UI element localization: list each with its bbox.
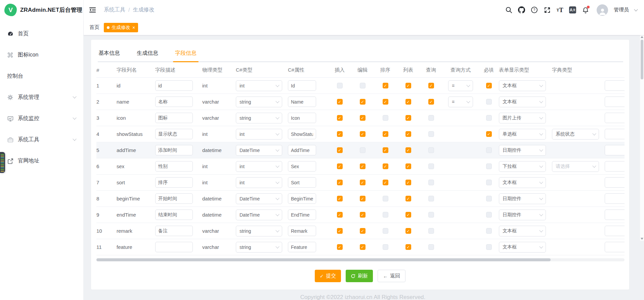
sidebar-item-system-monitor[interactable]: 系统监控 [0, 108, 83, 129]
cs-type-select[interactable]: string [236, 97, 282, 107]
display-type-select[interactable]: 图片上传 [499, 113, 546, 123]
query-checkbox[interactable] [428, 147, 434, 153]
tag-active[interactable]: 生成修改 × [104, 23, 138, 32]
insert-checkbox[interactable]: ✓ [337, 180, 343, 185]
description-input[interactable] [155, 129, 193, 139]
vertical-scrollbar-thumb[interactable] [641, 40, 643, 79]
insert-checkbox[interactable] [337, 83, 343, 88]
insert-checkbox[interactable]: ✓ [337, 244, 343, 250]
cs-type-select[interactable]: string [236, 226, 282, 236]
query-type-select[interactable]: = [448, 80, 473, 91]
font-size-icon[interactable]: TT [556, 6, 563, 14]
cs-type-select[interactable]: DateTime [236, 210, 282, 220]
insert-checkbox[interactable]: ✓ [337, 196, 343, 201]
insert-checkbox[interactable]: ✓ [337, 131, 343, 137]
cs-property-input[interactable] [288, 97, 316, 107]
extra-input[interactable] [605, 226, 625, 236]
display-type-select[interactable]: 文本框 [499, 177, 546, 188]
tab-gen-info[interactable]: 生成信息 [136, 48, 159, 61]
tab-basic-info[interactable]: 基本信息 [98, 48, 121, 61]
description-input[interactable] [155, 113, 193, 123]
extra-input[interactable] [605, 210, 625, 220]
cs-property-input[interactable] [288, 242, 316, 252]
list-checkbox[interactable]: ✓ [405, 196, 411, 201]
sort-checkbox[interactable]: ✓ [383, 163, 388, 169]
github-icon[interactable] [518, 6, 525, 14]
back-button[interactable]: ← 返回 [378, 270, 405, 282]
sort-checkbox[interactable]: ✓ [383, 83, 388, 88]
query-checkbox[interactable]: ✓ [428, 83, 434, 88]
required-checkbox[interactable]: ✓ [486, 83, 492, 88]
fullscreen-icon[interactable] [544, 6, 551, 14]
insert-checkbox[interactable]: ✓ [337, 115, 343, 121]
horizontal-scrollbar[interactable] [96, 258, 625, 261]
extra-input[interactable] [605, 242, 625, 252]
vertical-scrollbar[interactable] [640, 35, 644, 241]
description-input[interactable] [155, 97, 193, 107]
description-input[interactable] [155, 210, 193, 220]
list-checkbox[interactable]: ✓ [405, 83, 411, 88]
edit-checkbox[interactable] [360, 147, 366, 153]
cs-property-input[interactable] [288, 226, 316, 236]
sort-checkbox[interactable]: ✓ [383, 147, 388, 153]
edit-checkbox[interactable]: ✓ [360, 196, 366, 201]
app-logo[interactable]: V ZRAdmin.NET后台管理 [0, 0, 83, 20]
cs-property-input[interactable] [288, 145, 316, 155]
query-checkbox[interactable] [428, 115, 434, 121]
description-input[interactable] [155, 80, 193, 91]
cs-type-select[interactable]: DateTime [236, 193, 282, 204]
query-checkbox[interactable] [428, 244, 434, 250]
required-checkbox[interactable]: ✓ [486, 131, 492, 137]
edit-checkbox[interactable]: ✓ [360, 212, 366, 218]
translate-icon[interactable]: A文 [569, 6, 576, 14]
sort-checkbox[interactable] [383, 196, 388, 201]
help-icon[interactable]: ? [531, 6, 538, 14]
edit-checkbox[interactable]: ✓ [360, 115, 366, 121]
list-checkbox[interactable]: ✓ [405, 131, 411, 137]
cs-type-select[interactable]: string [236, 113, 282, 123]
refresh-button[interactable]: 刷新 [346, 270, 373, 282]
edit-checkbox[interactable]: ✓ [360, 244, 366, 250]
sidebar-item-official-site[interactable]: 官网地址 [0, 150, 83, 172]
edit-checkbox[interactable]: ✓ [360, 180, 366, 185]
sort-checkbox[interactable] [383, 212, 388, 218]
username[interactable]: 管理员 [614, 7, 629, 13]
cs-property-input[interactable] [288, 161, 316, 172]
extra-input[interactable] [605, 177, 625, 188]
cs-property-input[interactable] [288, 80, 316, 91]
sort-checkbox[interactable] [383, 115, 388, 121]
description-input[interactable] [155, 242, 193, 252]
extra-input[interactable] [605, 161, 625, 172]
edit-checkbox[interactable] [360, 83, 366, 88]
list-checkbox[interactable]: ✓ [405, 115, 411, 121]
tag-home[interactable]: 首页 [89, 24, 99, 31]
required-checkbox[interactable] [486, 228, 492, 234]
required-checkbox[interactable] [486, 180, 492, 185]
query-checkbox[interactable] [428, 212, 434, 218]
sort-checkbox[interactable]: ✓ [383, 131, 388, 137]
scroll-down-icon[interactable] [641, 238, 643, 240]
edit-checkbox[interactable]: ✓ [360, 163, 366, 169]
list-checkbox[interactable]: ✓ [405, 147, 411, 153]
cs-type-select[interactable]: int [236, 129, 282, 140]
sidebar-item-icons[interactable]: 图标icon [0, 44, 83, 66]
bell-icon[interactable] [582, 6, 589, 14]
insert-checkbox[interactable]: ✓ [337, 163, 343, 169]
list-checkbox[interactable]: ✓ [405, 212, 411, 218]
required-checkbox[interactable] [486, 115, 492, 121]
cs-type-select[interactable]: int [236, 177, 282, 188]
search-icon[interactable] [505, 6, 512, 14]
cs-property-input[interactable] [288, 193, 316, 204]
tab-field-info[interactable]: 字段信息 [174, 48, 197, 61]
scroll-up-icon[interactable] [641, 36, 643, 38]
edit-checkbox[interactable]: ✓ [360, 131, 366, 137]
insert-checkbox[interactable]: ✓ [337, 147, 343, 153]
user-chevron-down-icon[interactable] [634, 7, 638, 11]
edit-checkbox[interactable]: ✓ [360, 228, 366, 234]
cs-property-input[interactable] [288, 113, 316, 123]
display-type-select[interactable]: 日期控件 [499, 193, 546, 204]
cs-property-input[interactable] [288, 177, 316, 188]
query-checkbox[interactable] [428, 228, 434, 234]
description-input[interactable] [155, 161, 193, 172]
extra-input[interactable] [605, 80, 625, 91]
